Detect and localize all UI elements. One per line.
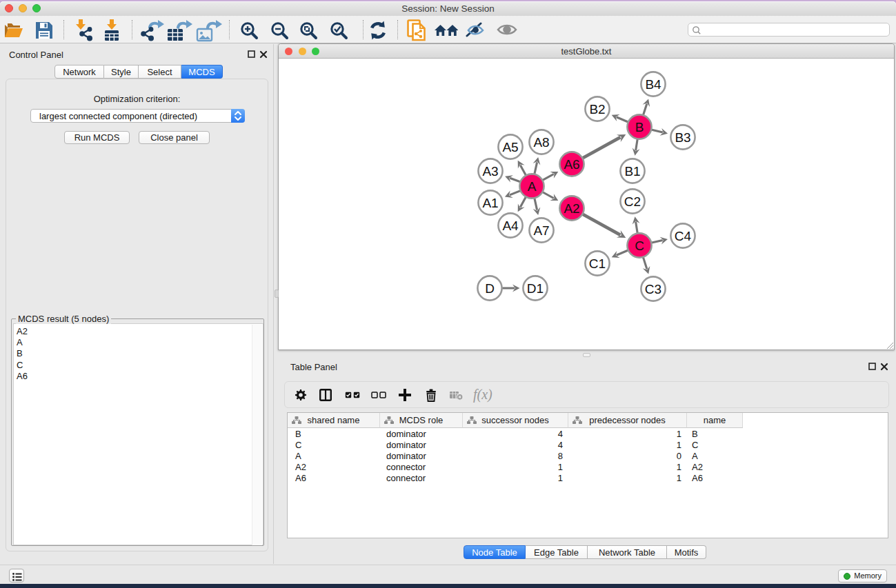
svg-text:A2: A2 xyxy=(564,201,579,216)
svg-text:A8: A8 xyxy=(533,135,549,150)
svg-text:B2: B2 xyxy=(589,102,605,116)
svg-text:A: A xyxy=(528,179,537,194)
svg-text:B3: B3 xyxy=(675,130,690,145)
svg-text:A4: A4 xyxy=(502,219,519,233)
svg-text:B1: B1 xyxy=(624,164,640,179)
svg-text:D: D xyxy=(485,281,495,296)
svg-text:C4: C4 xyxy=(675,229,692,243)
svg-text:A1: A1 xyxy=(482,196,498,210)
svg-text:A3: A3 xyxy=(482,164,498,179)
svg-text:B: B xyxy=(635,120,644,134)
svg-text:C1: C1 xyxy=(589,256,606,271)
svg-text:B4: B4 xyxy=(645,77,661,92)
svg-text:A7: A7 xyxy=(533,223,549,238)
svg-text:C: C xyxy=(635,239,644,253)
svg-text:C2: C2 xyxy=(624,194,641,209)
svg-text:A5: A5 xyxy=(502,140,518,154)
svg-text:C3: C3 xyxy=(645,282,661,296)
svg-text:A6: A6 xyxy=(564,157,579,172)
svg-text:D1: D1 xyxy=(527,281,544,296)
